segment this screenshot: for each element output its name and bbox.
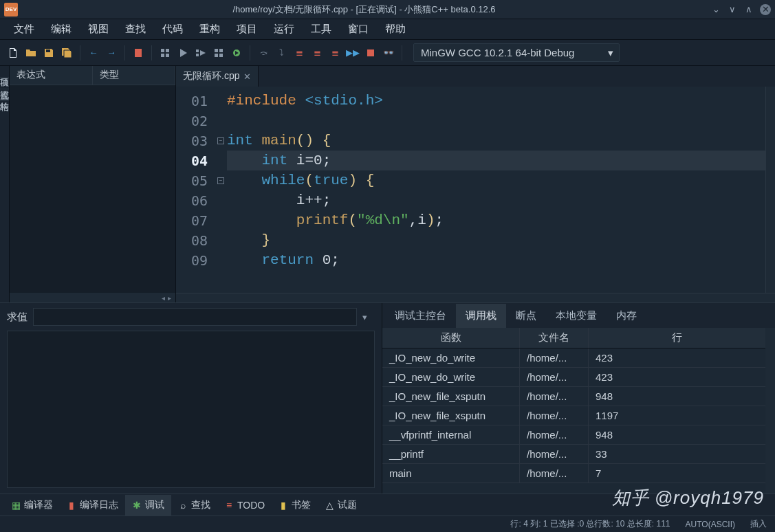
debug-tab-内存[interactable]: 内存: [607, 304, 646, 328]
bookmark-icon[interactable]: [131, 45, 146, 60]
bottom-tab-编译器[interactable]: ▦编译器: [4, 495, 60, 516]
tab-close-icon[interactable]: ✕: [243, 71, 251, 82]
scroll-right-icon[interactable]: ▸: [166, 294, 173, 302]
compiler-select[interactable]: MinGW GCC 10.2.1 64-bit Debug ▾: [413, 43, 620, 62]
menu-帮助[interactable]: 帮助: [378, 20, 413, 38]
menu-重构[interactable]: 重构: [193, 20, 227, 38]
code-line[interactable]: while(true) {: [227, 170, 765, 190]
code-line[interactable]: }: [227, 230, 765, 250]
compile-icon[interactable]: [157, 45, 173, 60]
gutter-line[interactable]: 01: [176, 91, 215, 111]
code-line[interactable]: return 0;: [227, 250, 765, 270]
rebuild-icon[interactable]: [211, 45, 226, 60]
stack-row[interactable]: __vfprintf_internal/home/...948: [382, 425, 765, 445]
eval-dropdown-icon[interactable]: ▾: [362, 312, 375, 322]
step-list3-icon[interactable]: ≣: [327, 45, 342, 60]
editor-hscroll[interactable]: [176, 293, 775, 302]
stack-row[interactable]: __printf/home/...33: [382, 445, 765, 464]
menu-工具[interactable]: 工具: [304, 20, 338, 38]
tab-icon: ≡: [224, 500, 234, 510]
stack-head-line[interactable]: 行: [589, 328, 765, 348]
eval-input[interactable]: [33, 308, 357, 326]
gutter-line[interactable]: 03: [176, 131, 215, 151]
stack-cell-line: 33: [589, 445, 765, 463]
fold-icon[interactable]: −: [217, 177, 224, 184]
debug-tab-调试主控台[interactable]: 调试主控台: [385, 304, 456, 328]
forward-icon[interactable]: →: [104, 45, 119, 60]
code-line[interactable]: int main() {: [227, 131, 765, 151]
fold-icon[interactable]: −: [217, 137, 224, 144]
watch-panel: 表达式 类型 ◂ ▸: [10, 66, 176, 302]
menu-查找[interactable]: 查找: [118, 20, 153, 38]
continue-icon[interactable]: ▶▶: [345, 45, 360, 60]
gutter-line[interactable]: 05: [176, 170, 215, 190]
run-icon[interactable]: [175, 45, 190, 60]
stack-vscroll[interactable]: [765, 328, 775, 494]
gutter-line[interactable]: 04: [176, 151, 215, 170]
stack-row[interactable]: main/home/...7: [382, 464, 765, 483]
menu-项目[interactable]: 项目: [230, 20, 264, 38]
tab-icon: ✱: [132, 500, 142, 510]
debug-tab-本地变量[interactable]: 本地变量: [546, 304, 607, 328]
code-line[interactable]: i++;: [227, 190, 765, 210]
new-file-icon[interactable]: [6, 45, 21, 60]
glasses-icon[interactable]: 👓: [381, 45, 396, 60]
menu-编辑[interactable]: 编辑: [44, 20, 78, 38]
step-list2-icon[interactable]: ≣: [309, 45, 325, 60]
menu-文件[interactable]: 文件: [7, 20, 41, 38]
stack-head-file[interactable]: 文件名: [520, 328, 589, 348]
maximize-up-icon[interactable]: ∧: [743, 4, 754, 15]
stack-row[interactable]: _IO_new_do_write/home/...423: [382, 348, 765, 368]
menu-代码[interactable]: 代码: [155, 20, 190, 38]
gutter-line[interactable]: 02: [176, 111, 215, 131]
code-line[interactable]: #include <stdio.h>: [227, 91, 765, 111]
code-line[interactable]: [227, 111, 765, 131]
step-over-icon[interactable]: ⤼: [256, 45, 271, 60]
stack-row[interactable]: _IO_new_file_xsputn/home/...1197: [382, 406, 765, 425]
gutter-line[interactable]: 08: [176, 230, 215, 250]
menu-视图[interactable]: 视图: [81, 20, 116, 38]
save-icon[interactable]: [41, 45, 56, 60]
step-into-icon[interactable]: ⤵: [274, 45, 289, 60]
code-area[interactable]: #include <stdio.h>int main() { int i=0; …: [227, 87, 765, 293]
sidebar-tab-结构[interactable]: 结构: [0, 89, 9, 101]
watch-col-expr[interactable]: 表达式: [10, 66, 93, 85]
code-line[interactable]: int i=0;: [227, 151, 765, 170]
stop-icon[interactable]: [363, 45, 378, 60]
maximize-down-icon[interactable]: ∨: [727, 4, 738, 15]
compile-run-icon[interactable]: [193, 45, 208, 60]
stack-row[interactable]: _IO_new_file_xsputn/home/...948: [382, 387, 765, 406]
scroll-left-icon[interactable]: ◂: [160, 294, 166, 302]
eval-output[interactable]: [7, 331, 375, 488]
debug-tab-调用栈[interactable]: 调用栈: [456, 304, 506, 328]
menu-窗口[interactable]: 窗口: [341, 20, 375, 38]
stack-row[interactable]: _IO_new_do_write/home/...423: [382, 368, 765, 387]
code-line[interactable]: printf("%d\n",i);: [227, 210, 765, 230]
stack-head-fn[interactable]: 函数: [382, 328, 520, 348]
step-out-list-icon[interactable]: ≣: [292, 45, 307, 60]
minimize-icon[interactable]: ⌄: [710, 4, 721, 15]
menu-运行[interactable]: 运行: [267, 20, 301, 38]
editor-panel: 无限循环.cpp ✕ 010203040506070809 −− #includ…: [176, 66, 775, 302]
gutter-line[interactable]: 06: [176, 190, 215, 210]
bottom-tab-编译日志[interactable]: ▮编译日志: [60, 495, 125, 516]
sidebar-tab-监视[interactable]: 监视: [0, 78, 9, 89]
close-icon[interactable]: ✕: [760, 4, 771, 15]
bottom-tab-书签[interactable]: ▮书签: [272, 495, 318, 516]
open-file-icon[interactable]: [23, 45, 39, 60]
debug-icon[interactable]: [229, 45, 244, 60]
debug-tab-断点[interactable]: 断点: [506, 304, 546, 328]
gutter-line[interactable]: 09: [176, 250, 215, 270]
watch-panel-body[interactable]: [10, 85, 175, 293]
bottom-tab-TODO[interactable]: ≡TODO: [217, 496, 272, 515]
bottom-tab-调试[interactable]: ✱调试: [125, 495, 171, 516]
sidebar-tab-项目[interactable]: 项目: [0, 66, 9, 78]
watch-col-type[interactable]: 类型: [93, 66, 176, 85]
back-icon[interactable]: ←: [86, 45, 101, 60]
editor-vscroll[interactable]: [765, 87, 775, 293]
bottom-tab-试题[interactable]: △试题: [318, 495, 364, 516]
editor-tab[interactable]: 无限循环.cpp ✕: [176, 66, 259, 87]
bottom-tab-查找[interactable]: ⌕查找: [171, 495, 217, 516]
gutter-line[interactable]: 07: [176, 210, 215, 230]
save-all-icon[interactable]: [59, 45, 74, 60]
